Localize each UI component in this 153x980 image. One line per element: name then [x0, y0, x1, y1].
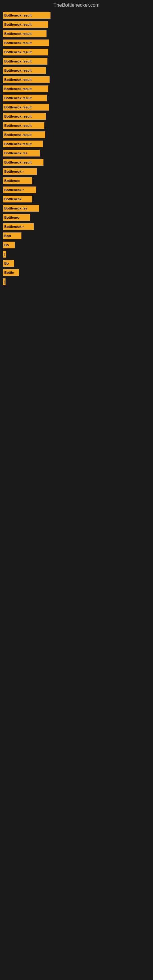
- bar-row: Bottle: [3, 268, 150, 277]
- bar-label-11: Bottleneck result: [4, 105, 32, 109]
- bar-row: |: [3, 277, 150, 286]
- bottleneck-bar-15: Bottleneck result: [3, 140, 43, 147]
- bar-label-1: Bottleneck result: [4, 13, 32, 17]
- bar-label-3: Bottleneck result: [4, 32, 32, 35]
- bottleneck-bar-20: Bottleneck r: [3, 186, 36, 193]
- bar-label-4: Bottleneck result: [4, 41, 32, 45]
- bar-row: Bottleneck result: [3, 11, 150, 20]
- bottleneck-bar-22: Bottleneck res: [3, 205, 39, 212]
- bar-row: Bottleneck result: [3, 29, 150, 38]
- bar-row: Bo: [3, 259, 150, 268]
- bottleneck-bar-24: Bottleneck r: [3, 223, 33, 230]
- bar-row: Bottleneck result: [3, 94, 150, 102]
- bottleneck-bar-13: Bottleneck result: [3, 122, 45, 129]
- bottleneck-bar-12: Bottleneck result: [3, 113, 46, 120]
- bottleneck-bar-28: Bo: [3, 260, 14, 267]
- bottleneck-bar-23: Bottlenec: [3, 214, 30, 221]
- bar-row: Bottlenec: [3, 213, 150, 222]
- bar-label-21: Bottleneck: [4, 197, 21, 201]
- bar-label-10: Bottleneck result: [4, 96, 32, 100]
- bar-row: Bottleneck result: [3, 158, 150, 167]
- bar-row: Bottleneck result: [3, 57, 150, 65]
- bar-row: Bottleneck res: [3, 204, 150, 213]
- bar-label-25: Bott: [4, 234, 11, 238]
- bar-label-29: Bottle: [4, 271, 14, 274]
- bottleneck-bar-18: Bottleneck r: [3, 168, 37, 175]
- bar-row: Bottleneck result: [3, 112, 150, 121]
- bar-label-6: Bottleneck result: [4, 59, 32, 63]
- bottleneck-bar-4: Bottleneck result: [3, 40, 49, 46]
- bottleneck-bar-10: Bottleneck result: [3, 95, 47, 101]
- bar-label-5: Bottleneck result: [4, 50, 32, 54]
- bar-label-23: Bottlenec: [4, 216, 19, 219]
- bar-row: Bottleneck result: [3, 48, 150, 56]
- bar-row: Bo: [3, 241, 150, 249]
- site-title-text: TheBottlenecker.com: [54, 2, 99, 8]
- bar-label-26: Bo: [4, 243, 9, 247]
- bottleneck-bar-16: Bottleneck res: [3, 150, 40, 156]
- bottleneck-bar-3: Bottleneck result: [3, 30, 46, 37]
- bottleneck-bar-2: Bottleneck result: [3, 21, 48, 28]
- bottleneck-bar-19: Bottlenec: [3, 177, 32, 184]
- bar-row: Bottleneck result: [3, 140, 150, 148]
- bar-row: |: [3, 250, 150, 258]
- bar-label-18: Bottleneck r: [4, 170, 24, 173]
- bottleneck-bar-8: Bottleneck result: [3, 76, 49, 83]
- bottleneck-bar-26: Bo: [3, 242, 15, 248]
- bar-row: Bott: [3, 232, 150, 240]
- bar-label-8: Bottleneck result: [4, 78, 32, 81]
- site-title: TheBottlenecker.com: [0, 0, 153, 9]
- bottleneck-bar-1: Bottleneck result: [3, 12, 51, 19]
- bar-row: Bottleneck: [3, 195, 150, 204]
- bar-label-19: Bottlenec: [4, 179, 19, 183]
- bar-row: Bottleneck result: [3, 75, 150, 84]
- bar-label-15: Bottleneck result: [4, 142, 32, 146]
- bar-label-9: Bottleneck result: [4, 87, 32, 91]
- bar-row: Bottleneck result: [3, 103, 150, 111]
- bottleneck-bar-6: Bottleneck result: [3, 58, 48, 65]
- bottleneck-bar-30: |: [3, 278, 5, 285]
- bar-label-13: Bottleneck result: [4, 124, 32, 127]
- bar-row: Bottleneck result: [3, 121, 150, 130]
- bar-label-17: Bottleneck result: [4, 161, 32, 164]
- bar-label-16: Bottleneck res: [4, 151, 27, 155]
- bottleneck-bar-9: Bottleneck result: [3, 86, 48, 92]
- bottleneck-bar-29: Bottle: [3, 269, 19, 276]
- bottleneck-bar-25: Bott: [3, 232, 21, 239]
- bar-label-30: |: [4, 280, 5, 283]
- bar-label-27: |: [4, 252, 5, 256]
- bar-row: Bottlenec: [3, 177, 150, 185]
- bottleneck-bar-21: Bottleneck: [3, 196, 32, 202]
- bottleneck-bar-27: |: [3, 251, 6, 258]
- bars-container: Bottleneck resultBottleneck resultBottle…: [0, 9, 153, 288]
- bar-label-7: Bottleneck result: [4, 68, 32, 72]
- bar-row: Bottleneck r: [3, 222, 150, 231]
- bar-row: Bottleneck result: [3, 130, 150, 139]
- bottleneck-bar-7: Bottleneck result: [3, 67, 46, 74]
- bar-label-2: Bottleneck result: [4, 23, 32, 26]
- bar-label-20: Bottleneck r: [4, 188, 24, 192]
- bar-label-14: Bottleneck result: [4, 133, 32, 137]
- bar-row: Bottleneck r: [3, 167, 150, 176]
- bottleneck-bar-5: Bottleneck result: [3, 49, 48, 56]
- bar-row: Bottleneck res: [3, 149, 150, 158]
- bar-label-24: Bottleneck r: [4, 225, 24, 229]
- bar-label-22: Bottleneck res: [4, 207, 27, 210]
- bar-row: Bottleneck result: [3, 38, 150, 47]
- bar-label-28: Bo: [4, 261, 9, 265]
- bottleneck-bar-17: Bottleneck result: [3, 159, 43, 166]
- bottleneck-bar-11: Bottleneck result: [3, 104, 49, 111]
- bar-row: Bottleneck result: [3, 84, 150, 93]
- bottleneck-bar-14: Bottleneck result: [3, 131, 45, 138]
- bar-label-12: Bottleneck result: [4, 115, 32, 118]
- bar-row: Bottleneck r: [3, 186, 150, 194]
- bar-row: Bottleneck result: [3, 66, 150, 75]
- bar-row: Bottleneck result: [3, 20, 150, 29]
